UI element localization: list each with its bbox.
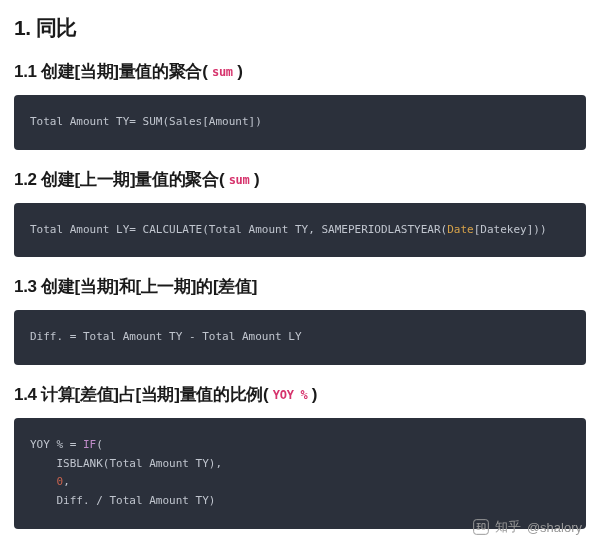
code-block: Total Amount TY= SUM(Sales[Amount]): [14, 95, 586, 150]
section-1-1-heading: 1.1 创建[当期]量值的聚合( sum ): [14, 60, 586, 83]
heading-text: 1.3 创建[当期]和[上一期]的[差值]: [14, 277, 257, 296]
page-title: 1. 同比: [14, 14, 586, 42]
inline-code-badge: sum: [212, 65, 233, 79]
heading-text: 1.1 创建[当期]量值的聚合(: [14, 62, 212, 81]
watermark-brand: 知乎: [495, 518, 521, 536]
heading-text-post: ): [249, 170, 259, 189]
section-1-3-heading: 1.3 创建[当期]和[上一期]的[差值]: [14, 275, 586, 298]
code-block: Diff. = Total Amount TY - Total Amount L…: [14, 310, 586, 365]
inline-code-badge: sum: [229, 173, 250, 187]
heading-text-post: ): [307, 385, 317, 404]
code-block: Total Amount LY= CALCULATE(Total Amount …: [14, 203, 586, 258]
svg-rect-0: [474, 520, 489, 535]
heading-text: 1.2 创建[上一期]量值的聚合(: [14, 170, 229, 189]
inline-code-badge: YOY %: [273, 388, 308, 402]
heading-text-post: ): [233, 62, 243, 81]
zhihu-icon: [473, 519, 489, 535]
watermark: 知乎 @shalory: [473, 518, 582, 536]
watermark-handle: @shalory: [527, 520, 582, 535]
code-block: YOY % = IF( ISBLANK(Total Amount TY), 0,…: [14, 418, 586, 529]
section-1-4-heading: 1.4 计算[差值]占[当期]量值的比例( YOY % ): [14, 383, 586, 406]
section-1-2-heading: 1.2 创建[上一期]量值的聚合( sum ): [14, 168, 586, 191]
heading-text: 1.4 计算[差值]占[当期]量值的比例(: [14, 385, 273, 404]
